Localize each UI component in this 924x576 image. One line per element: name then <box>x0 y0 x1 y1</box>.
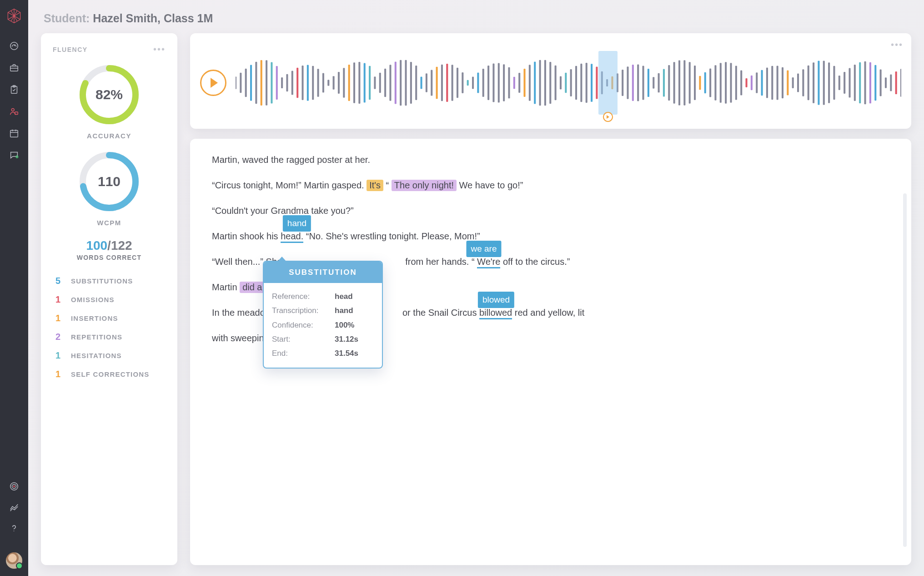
error-count: 5 <box>55 276 64 286</box>
app-root: Student: Hazel Smith, Class 1M FLUENCY •… <box>0 0 924 576</box>
popover-value: 31.12s <box>335 333 358 345</box>
svg-point-24 <box>14 531 15 531</box>
accuracy-label: ACCURACY <box>87 132 131 140</box>
analytics-icon[interactable] <box>9 502 19 512</box>
page-title-prefix: Student: <box>44 12 90 25</box>
annotation-substitution[interactable]: blowed <box>478 292 514 308</box>
error-row[interactable]: 5SUBSTITUTIONS <box>55 276 166 286</box>
error-label: OMISSIONS <box>71 296 115 303</box>
logo-icon <box>6 8 22 24</box>
highlight-insertion[interactable]: It's <box>367 180 383 191</box>
page-title-value: Hazel Smith, Class 1M <box>93 12 213 25</box>
play-button[interactable] <box>200 70 226 96</box>
error-label: INSERTIONS <box>71 314 118 322</box>
popover-value: hand <box>335 304 353 317</box>
waveform-card: ••• <box>190 33 911 129</box>
error-count: 2 <box>55 332 64 342</box>
svg-point-22 <box>12 484 16 488</box>
panels: FLUENCY ••• 82% ACCURACY 110 <box>41 33 911 565</box>
substitution-target[interactable]: billowed <box>479 308 512 319</box>
error-count: 1 <box>55 350 64 361</box>
passage-line: “Couldn't your Grandma take you?” <box>212 203 889 218</box>
passage-line: “Circus tonight, Mom!” Martin gasped. It… <box>212 178 889 192</box>
fluency-title: FLUENCY <box>53 46 88 53</box>
substitution-popover: SUBSTITUTION Reference:headTranscription… <box>263 261 383 369</box>
nav-rail <box>0 0 28 576</box>
briefcase-icon[interactable] <box>9 63 19 73</box>
popover-key: Confidence: <box>272 319 326 331</box>
accuracy-value: 82% <box>77 63 141 126</box>
waveform[interactable] <box>236 56 901 110</box>
svg-point-21 <box>10 483 18 490</box>
playhead-region[interactable] <box>598 51 618 115</box>
error-row[interactable]: 1HESITATIONS <box>55 350 166 361</box>
target-icon[interactable] <box>9 481 19 491</box>
popover-key: Reference: <box>272 290 326 303</box>
popover-title: SUBSTITUTION <box>264 262 382 283</box>
substitution-target[interactable]: We're <box>477 257 500 268</box>
main-area: Student: Hazel Smith, Class 1M FLUENCY •… <box>28 0 924 576</box>
words-correct: 100/122 WORDS CORRECT <box>77 238 141 261</box>
error-row[interactable]: 1INSERTIONS <box>55 313 166 323</box>
popover-row: End:31.54s <box>272 347 374 359</box>
clipboard-icon[interactable] <box>9 85 19 95</box>
dashboard-icon[interactable] <box>9 41 19 51</box>
words-correct-sep: / <box>107 238 111 253</box>
svg-point-23 <box>14 486 15 487</box>
annotation-substitution[interactable]: hand <box>283 215 311 232</box>
student-icon[interactable] <box>9 106 19 116</box>
svg-point-20 <box>16 156 18 158</box>
annotation-substitution[interactable]: we are <box>466 241 501 257</box>
card-menu-icon[interactable]: ••• <box>891 40 903 50</box>
right-column: ••• Martin, waved the ragged poster at h… <box>190 33 911 565</box>
error-label: SELF CORRECTIONS <box>71 370 150 378</box>
popover-row: Transcription:hand <box>272 304 374 317</box>
fluency-card: FLUENCY ••• 82% ACCURACY 110 <box>41 33 177 565</box>
popover-value: head <box>335 290 353 303</box>
error-row[interactable]: 1OMISSIONS <box>55 294 166 305</box>
popover-body: Reference:headTranscription:handConfiden… <box>264 283 382 368</box>
words-total-num: 122 <box>111 238 132 253</box>
passage-card: Martin, waved the ragged poster at her. … <box>190 139 911 565</box>
svg-point-12 <box>16 113 16 113</box>
wcpm-ring: 110 <box>77 150 141 213</box>
words-correct-label: WORDS CORRECT <box>77 254 141 261</box>
error-count: 1 <box>55 313 64 323</box>
mini-play-button[interactable] <box>603 112 613 122</box>
passage-line: Martin, waved the ragged poster at her. <box>212 152 889 167</box>
popover-row: Confidence:100% <box>272 319 374 331</box>
highlight-repetition[interactable]: The only night! <box>392 180 457 191</box>
popover-value: 100% <box>335 319 354 331</box>
help-icon[interactable] <box>9 523 19 533</box>
error-list: 5SUBSTITUTIONS1OMISSIONS1INSERTIONS2REPE… <box>53 276 166 379</box>
substitution-target[interactable]: head. <box>281 231 303 243</box>
passage-line: hand Martin shook his head. “No. She's w… <box>212 229 889 243</box>
page-title: Student: Hazel Smith, Class 1M <box>44 12 909 25</box>
nav-group-bottom <box>9 481 19 533</box>
popover-key: Transcription: <box>272 304 326 317</box>
card-menu-icon[interactable]: ••• <box>153 44 166 55</box>
chat-icon[interactable] <box>9 150 19 160</box>
popover-row: Reference:head <box>272 290 374 303</box>
fluency-header: FLUENCY ••• <box>53 44 166 55</box>
calendar-icon[interactable] <box>9 128 19 138</box>
error-label: REPETITIONS <box>71 333 122 341</box>
error-row[interactable]: 2REPETITIONS <box>55 332 166 342</box>
scrollbar[interactable] <box>903 193 907 547</box>
nav-group-top <box>9 41 19 160</box>
error-count: 1 <box>55 369 64 379</box>
svg-point-10 <box>11 108 14 111</box>
wcpm-label: WCPM <box>97 219 121 227</box>
wcpm-value: 110 <box>77 150 141 213</box>
svg-rect-6 <box>10 66 18 71</box>
popover-key: Start: <box>272 333 326 345</box>
popover-row: Start:31.12s <box>272 333 374 345</box>
accuracy-ring: 82% <box>77 63 141 126</box>
error-label: HESITATIONS <box>71 352 122 359</box>
error-label: SUBSTITUTIONS <box>71 277 133 285</box>
popover-key: End: <box>272 347 326 359</box>
popover-value: 31.54s <box>335 347 358 359</box>
error-row[interactable]: 1SELF CORRECTIONS <box>55 369 166 379</box>
user-avatar[interactable] <box>6 552 22 569</box>
svg-rect-13 <box>10 131 18 137</box>
